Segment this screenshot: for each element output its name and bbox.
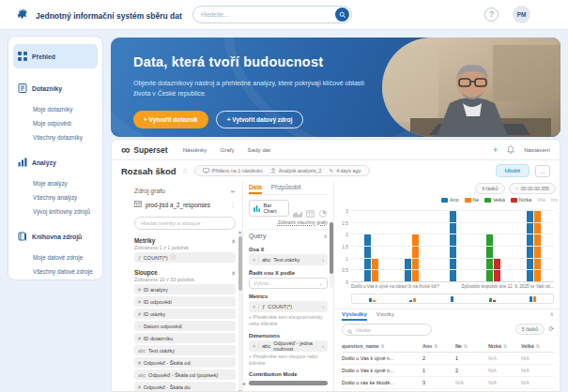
form-icon [18,80,27,97]
hero-photo-man-at-laptop [382,38,560,137]
metrics-collapse-icon[interactable]: ∧ [232,237,236,244]
column-chip[interactable]: #Odpověď - Škála do [134,382,236,392]
sidebar-subitem[interactable]: Všechny datové zdroje [13,264,98,279]
search-input[interactable] [201,11,335,18]
remove-icon[interactable]: × [253,343,259,349]
nav-datasets[interactable]: Sady dat [248,146,270,153]
query-collapse-icon[interactable]: ∧ [324,233,328,239]
brush-bar-group [352,294,392,302]
results-tab-vzorky[interactable]: Vzorky [376,310,394,321]
legend-item-vše[interactable]: Vše [537,197,545,203]
results-tab-výsledky[interactable]: Výsledky [342,310,367,321]
sidebar-subitem[interactable]: Všechny analýzy [13,190,98,204]
refresh-icon[interactable]: ⟳ [548,325,554,333]
results-search-input[interactable] [356,327,426,333]
left-panel-scrollbar[interactable]: ▲ ▼ [238,233,242,390]
dimensions-chip[interactable]: × abc Odpověď - jedna možnost › [249,340,328,352]
nav-dashboards[interactable]: Nástěnky [183,146,207,153]
help-icon[interactable]: ? [484,8,499,22]
horizontal-scrollbar[interactable]: ◂ [249,381,328,385]
sidebar-item-1[interactable]: Přehled [13,44,98,68]
table-row: Došlo u vás ke škodě...3N/AN/AN/A [342,377,554,389]
column-header-n-zk-[interactable]: Nízká⇅ [488,343,521,349]
search-button[interactable] [335,8,349,22]
sidebar-subitem[interactable]: Moje datové zdroje [13,250,98,264]
sidebar-subitem[interactable]: Všechny dotazníky [13,130,98,144]
dimensions-drop-hint[interactable]: + Přetáhněte sem sloupce nebo klikněte [249,354,328,368]
collapse-panel-icon[interactable]: ⇤ [231,188,236,194]
tab-přizpůsobit[interactable]: Přizpůsobit [271,184,301,194]
avatar[interactable]: PM [513,6,530,23]
column-label: Text otázky [148,348,175,354]
create-datasource-button[interactable]: + Vytvořit datový zdroj [216,111,304,128]
table-cell: 2 [455,368,488,373]
nav-charts[interactable]: Grafy [220,146,234,153]
column-chip[interactable]: #ID otázky [134,309,236,319]
grid-icon [18,48,27,65]
favorite-star-icon[interactable]: ☆ [182,167,189,175]
sidebar-item-3[interactable]: Analýzy [13,150,98,174]
create-questionnaire-button[interactable]: + Vytvořit dotazník [133,111,208,128]
remove-icon[interactable]: × [253,257,259,263]
column-chip[interactable]: abcText otázky [134,345,236,355]
column-chip[interactable]: abcOdpověď - Škála od (popisek) [134,369,236,380]
remove-icon[interactable]: × [253,304,259,309]
dataset-row[interactable]: prod-jisd a_2_responses ⋮ [134,197,236,212]
column-header-ne[interactable]: Ne⇅ [455,343,488,349]
viz-type-chip[interactable]: Bar Chart [249,200,289,217]
new-item-plus-icon[interactable]: + [493,145,498,155]
table-cell: 2 [422,355,455,361]
sidebar-subitem[interactable]: Moje dotazníky [13,102,98,116]
sort-icon: ⇅ [503,343,507,349]
column-chip[interactable]: #ID odpovědi [134,296,236,307]
results-collapse-icon[interactable]: ∧ [550,310,554,317]
global-search [192,6,352,23]
column-header-ano[interactable]: Ano⇅ [422,343,455,349]
metrics-drop-hint[interactable]: + Přetáhněte sem sloupce/metriky nebo kl… [249,314,328,328]
notifications-bell-icon[interactable] [507,145,514,155]
columns-collapse-icon[interactable]: ∧ [232,269,236,276]
legend-item-ne[interactable]: Ne [465,197,480,203]
legend-item-ano[interactable]: Ano [441,197,458,203]
legend-label: Vše [537,197,545,203]
column-label: Datum odpovědi [144,324,182,329]
column-chip[interactable]: #Odpověď - Škála od [134,357,236,368]
area-chart-icon[interactable] [293,204,302,212]
dashboard-count-badge[interactable]: Přidáno na 1 nástěnku [203,168,263,173]
x-axis-chip[interactable]: × abc Text otázky › [249,254,328,265]
chart-zoom-brush[interactable] [351,294,554,304]
metric-chip[interactable]: ƒ COUNT(*) ⓘ [134,252,236,263]
owner-badge[interactable]: Analytik analysis_2 [270,168,322,173]
tab-data[interactable]: Data [249,184,262,194]
column-header-velk-[interactable]: Velká⇅ [521,343,554,349]
controls-scrollbar[interactable] [330,222,333,288]
save-button[interactable]: Uložit [496,164,530,177]
column-chip[interactable]: #ID dotazníku [134,333,236,343]
column-header-label: Nízká [488,343,501,349]
sidebar-subitem[interactable]: Vývoj knihovny zdrojů [13,204,98,219]
legend-item-velká[interactable]: Velká [484,197,505,203]
view-all-charts-link[interactable]: Zobrazit všechny grafy [249,219,328,225]
legend-item-nízká[interactable]: Nízká [511,197,531,203]
dataset-options-icon[interactable]: ⋮ [230,202,236,208]
superset-logo[interactable]: ∞ Superset [121,145,168,155]
column-chip[interactable]: #ID analýzy [134,284,236,294]
superset-infinity-icon: ∞ [121,145,130,155]
sidebar-item-2[interactable]: Dotazníky [13,76,98,100]
function-icon: ƒ [138,255,141,261]
pie-chart-icon[interactable] [319,204,328,212]
column-header-label: Velká [521,343,534,349]
legend-item-inv[interactable]: Inv [551,197,558,203]
metrics-chip[interactable]: × ƒ COUNT(*) › [249,301,328,312]
nav-settings[interactable]: Nastavení [524,146,550,153]
sidebar-subitem[interactable]: Moje analýzy [13,176,98,190]
table-viz-icon[interactable] [306,204,315,212]
column-header-question-name[interactable]: question_name⇅ [342,343,422,349]
metrics-columns-search-input[interactable] [134,217,236,230]
column-chip[interactable]: ◔Datum odpovědi [134,321,236,331]
more-options-button[interactable]: … [535,165,550,177]
column-label: Odpověď - Škála do [144,384,191,390]
sidebar-item-4[interactable]: Knihovna zdrojů [13,224,98,249]
sidebar-subitem[interactable]: Moje odpovědi [13,116,98,130]
sort-x-select[interactable]: Vybrat... ⌄ [249,278,328,289]
